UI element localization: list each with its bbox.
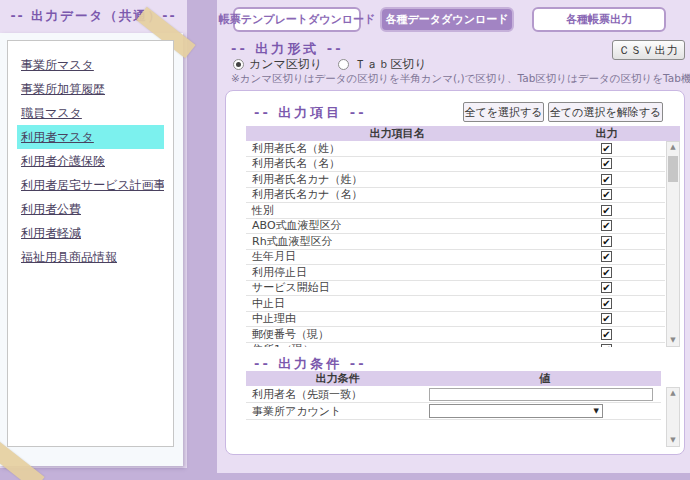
output-checkbox[interactable]: ✔ [601, 174, 612, 185]
column-header-condition: 出力条件 [246, 371, 429, 386]
tab-button[interactable]: 各種データダウンロード [380, 7, 514, 32]
scroll-up-icon[interactable]: ▲ [667, 142, 679, 153]
conditions-table-scrollbar[interactable]: ▲ ▼ [666, 387, 680, 447]
radio-icon[interactable] [233, 59, 244, 70]
condition-label: 事業所アカウント [246, 404, 429, 419]
output-checkbox[interactable]: ✔ [601, 298, 612, 309]
sidebar-link-list: 事業所マスタ事業所加算履歴職員マスタ利用者マスタ利用者介護保険利用者居宅サービス… [7, 40, 174, 447]
select-all-button[interactable]: 全てを選択する [463, 102, 544, 122]
output-checkbox-cell: ✔ [548, 158, 665, 169]
sidebar-item[interactable]: 事業所加算履歴 [17, 77, 164, 101]
radio-label: カンマ区切り [249, 56, 322, 73]
output-checkbox[interactable]: ✔ [601, 329, 612, 340]
condition-value-cell: ▼ [429, 404, 661, 418]
condition-value-cell [429, 388, 661, 401]
sidebar-item[interactable]: 利用者軽減 [17, 221, 164, 245]
condition-text-input[interactable] [429, 388, 653, 401]
output-conditions-table-header: 出力条件 値 [246, 371, 661, 386]
column-header-item-name: 出力項目名 [246, 126, 548, 141]
output-items-table-header: 出力項目名 出力 [246, 126, 680, 141]
item-name-cell: 中止日 [246, 296, 548, 311]
output-format-note: ※カンマ区切りはデータの区切りを半角カンマ(,)で区切り、Tab区切りはデータの… [231, 72, 690, 86]
item-name-cell: 利用者氏名（姓） [246, 141, 548, 156]
output-checkbox[interactable]: ✔ [601, 189, 612, 200]
output-checkbox[interactable]: ✔ [601, 143, 612, 154]
table-row: 性別✔ [246, 203, 665, 219]
app-window: -- 出力データ（共通）-- 事業所マスタ事業所加算履歴職員マスタ利用者マスタ利… [0, 0, 690, 480]
item-name-cell: 利用者氏名カナ（姓） [246, 172, 548, 187]
sidebar-item[interactable]: 利用者マスタ [17, 125, 164, 149]
output-checkbox[interactable]: ✔ [601, 251, 612, 262]
format-radio-option[interactable]: Ｔａｂ区切り [338, 56, 426, 73]
output-checkbox[interactable]: ✔ [601, 220, 612, 231]
table-row: 利用者氏名カナ（名）✔ [246, 188, 665, 204]
item-name-cell: 住所1（現） [246, 342, 548, 347]
csv-export-button[interactable]: ＣＳＶ出力 [612, 40, 685, 60]
chevron-down-icon: ▼ [594, 407, 599, 415]
output-checkbox-cell: ✔ [548, 313, 665, 324]
output-checkbox-cell: ✔ [548, 329, 665, 340]
scroll-down-icon[interactable]: ▼ [667, 335, 679, 346]
output-checkbox[interactable]: ✔ [601, 158, 612, 169]
radio-label: Ｔａｂ区切り [354, 56, 426, 73]
scroll-down-icon[interactable]: ▼ [667, 435, 679, 446]
sidebar-item[interactable]: 利用者公費 [17, 197, 164, 221]
item-name-cell: 利用者氏名カナ（名） [246, 187, 548, 202]
output-checkbox-cell: ✔ [548, 174, 665, 185]
tab-button[interactable]: 帳票テンプレートダウンロード [233, 7, 361, 32]
condition-select-dropdown[interactable]: ▼ [429, 404, 603, 418]
item-name-cell: 利用者氏名（名） [246, 156, 548, 171]
main-panel: 帳票テンプレートダウンロード各種データダウンロード各種帳票出力 ＣＳＶ出力 --… [217, 0, 690, 473]
output-checkbox[interactable]: ✔ [601, 282, 612, 293]
output-items-table-body: 利用者氏名（姓）✔利用者氏名（名）✔利用者氏名カナ（姓）✔利用者氏名カナ（名）✔… [246, 141, 665, 347]
output-checkbox-cell: ✔ [548, 236, 665, 247]
condition-row: 事業所アカウント▼ [246, 403, 661, 420]
sidebar-item[interactable]: 事業所マスタ [17, 53, 164, 77]
table-row: 住所1（現）✔ [246, 343, 665, 348]
column-header-output: 出力 [548, 126, 665, 141]
items-table-scrollbar[interactable]: ▲ ▼ [666, 141, 680, 347]
table-row: 利用者氏名（姓）✔ [246, 141, 665, 157]
sidebar-item[interactable]: 福祉用具商品情報 [17, 245, 164, 269]
sidebar-card: 事業所マスタ事業所加算履歴職員マスタ利用者マスタ利用者介護保険利用者居宅サービス… [0, 33, 183, 466]
condition-row: 利用者名（先頭一致） [246, 386, 661, 403]
item-name-cell: 利用停止日 [246, 265, 548, 280]
table-row: 中止日✔ [246, 296, 665, 312]
table-row: 利用者氏名カナ（姓）✔ [246, 172, 665, 188]
sidebar-item[interactable]: 利用者居宅サービス計画事業者 [17, 173, 164, 197]
deselect-all-button[interactable]: 全ての選択を解除する [548, 102, 663, 122]
tab-button[interactable]: 各種帳票出力 [532, 7, 666, 32]
output-settings-container: -- 出力項目 -- 全てを選択する 全ての選択を解除する 出力項目名 出力 利… [225, 90, 685, 455]
sidebar-item[interactable]: 職員マスタ [17, 101, 164, 125]
scroll-up-icon[interactable]: ▲ [667, 388, 679, 399]
column-header-value: 値 [429, 371, 661, 386]
output-checkbox-cell: ✔ [548, 344, 665, 347]
output-checkbox-cell: ✔ [548, 282, 665, 293]
output-checkbox-cell: ✔ [548, 143, 665, 154]
condition-label: 利用者名（先頭一致） [246, 387, 429, 402]
output-checkbox-cell: ✔ [548, 267, 665, 278]
item-name-cell: ABO式血液型区分 [246, 218, 548, 233]
output-checkbox[interactable]: ✔ [601, 344, 612, 347]
table-row: 中止理由✔ [246, 312, 665, 328]
output-conditions-table: 出力条件 値 利用者名（先頭一致）事業所アカウント▼ [246, 371, 661, 420]
sidebar-item[interactable]: 利用者介護保険 [17, 149, 164, 173]
format-radio-option[interactable]: カンマ区切り [233, 56, 322, 73]
output-checkbox-cell: ✔ [548, 189, 665, 200]
table-row: 利用者氏名（名）✔ [246, 157, 665, 173]
radio-icon[interactable] [338, 59, 349, 70]
item-name-cell: Rh式血液型区分 [246, 234, 548, 249]
sidebar-panel: -- 出力データ（共通）-- 事業所マスタ事業所加算履歴職員マスタ利用者マスタ利… [0, 0, 187, 468]
output-items-heading: -- 出力項目 -- [254, 104, 367, 122]
table-row: 生年月日✔ [246, 250, 665, 266]
scrollbar-thumb[interactable] [668, 156, 678, 182]
output-checkbox[interactable]: ✔ [601, 236, 612, 247]
output-conditions-table-body: 利用者名（先頭一致）事業所アカウント▼ [246, 386, 661, 420]
item-name-cell: サービス開始日 [246, 280, 548, 295]
output-checkbox-cell: ✔ [548, 205, 665, 216]
output-checkbox[interactable]: ✔ [601, 267, 612, 278]
output-checkbox[interactable]: ✔ [601, 205, 612, 216]
output-checkbox[interactable]: ✔ [601, 313, 612, 324]
output-items-table: 出力項目名 出力 利用者氏名（姓）✔利用者氏名（名）✔利用者氏名カナ（姓）✔利用… [246, 126, 680, 347]
output-checkbox-cell: ✔ [548, 298, 665, 309]
